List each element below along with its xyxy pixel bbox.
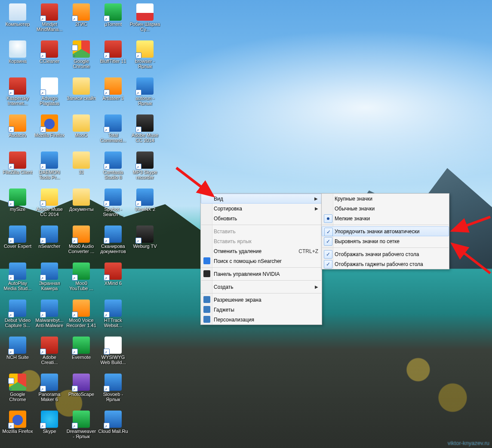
- desktop-icon[interactable]: Skype: [34, 409, 65, 445]
- desktop-icon[interactable]: Adobe Muse CC 2014: [34, 187, 65, 223]
- desktop-icon[interactable]: Mozilla Firefox: [2, 409, 34, 445]
- desktop-icon[interactable]: Сканирова документов: [97, 224, 129, 260]
- desktop-icon[interactable]: Panorama Maker 6: [34, 372, 65, 408]
- desktop-icon-label: Advego Plagiatus: [34, 96, 65, 106]
- desktop-icon[interactable]: Total Command...: [97, 113, 129, 149]
- desktop-icon[interactable]: Evernote: [65, 335, 97, 371]
- menu-item[interactable]: ✓Отображать значки рабочего стола: [322, 249, 449, 259]
- desktop-icon[interactable]: Экранная Камера: [34, 261, 65, 297]
- menu-item[interactable]: Мелкие значки: [322, 213, 449, 223]
- app-icon: [105, 40, 122, 58]
- desktop-icon[interactable]: 33: [65, 150, 97, 186]
- desktop-icon[interactable]: Google Chrome: [2, 372, 34, 408]
- desktop-icon[interactable]: Moo0 Voice Recorder 1.41: [65, 298, 97, 334]
- menu-item[interactable]: Отменить удалениеCTRL+Z: [201, 246, 322, 256]
- desktop-icon[interactable]: Mozilla Firefox: [34, 113, 65, 149]
- desktop-icon[interactable]: browser - Ярлык: [129, 39, 161, 75]
- desktop-icon[interactable]: AutoPlay Media Stud...: [2, 261, 34, 297]
- app-icon: [73, 151, 90, 169]
- desktop-icon[interactable]: PhotoScape: [65, 372, 97, 408]
- desktop-icon[interactable]: Spybot - Search ...: [97, 187, 129, 223]
- menu-item[interactable]: Обычные значки: [322, 204, 449, 213]
- menu-item[interactable]: Панель управления NVIDIA: [201, 269, 322, 279]
- desktop-icon[interactable]: Cover Expert: [2, 224, 34, 260]
- menu-item[interactable]: Гаджеты: [201, 305, 322, 315]
- menu-item[interactable]: Создать▶: [201, 282, 322, 292]
- menu-item[interactable]: ✓Упорядочить значки автоматически: [322, 226, 449, 236]
- desktop-icon-label: Adobe Muse CC 2014: [129, 133, 160, 143]
- desktop-icon-label: Cloud Mail.Ru: [98, 429, 128, 434]
- desktop-icon-label: Evernote: [72, 355, 91, 360]
- desktop-icon-label: µTorrent: [105, 22, 122, 27]
- desktop-icon[interactable]: Adobe Creati...: [34, 335, 65, 371]
- app-icon: [136, 40, 154, 58]
- menu-separator: [201, 293, 321, 294]
- check-icon: ✓: [324, 237, 332, 246]
- desktop-icon[interactable]: Debut Video Capture S...: [2, 298, 34, 334]
- menu-item-label: Вставить ярлык: [214, 238, 252, 244]
- desktop-icon[interactable]: Malwarebyt... Anti-Malware: [34, 298, 65, 334]
- menu-item[interactable]: Крупные значки: [322, 194, 449, 204]
- desktop-icon[interactable]: Slovoeb - Ярлык: [97, 372, 129, 408]
- desktop-icon[interactable]: 2ГИС: [65, 2, 97, 38]
- desktop-icon-label: XMind 6: [105, 281, 122, 286]
- menu-item[interactable]: Разрешение экрана: [201, 295, 322, 305]
- desktop-icon[interactable]: BluffTitler 11: [97, 39, 129, 75]
- menu-item[interactable]: ✓Выровнять значки по сетке: [322, 236, 449, 246]
- desktop-icon[interactable]: CCleaner: [34, 39, 65, 75]
- desktop-icon[interactable]: Audacity: [2, 113, 34, 149]
- app-icon: [73, 337, 90, 354]
- desktop-icon[interactable]: HTTrack Websit...: [97, 298, 129, 334]
- desktop-icon[interactable]: autorun - Ярлык: [129, 76, 161, 112]
- desktop-icon[interactable]: ViewNX 2: [129, 187, 161, 223]
- menu-item[interactable]: ✓Отображать гаджеты рабочего стола: [322, 259, 449, 269]
- desktop-icon[interactable]: Робин Шарма Су...: [129, 2, 161, 38]
- desktop-icon[interactable]: Dreamweaver - Ярлык: [65, 409, 97, 445]
- desktop-icon[interactable]: NCH Suite: [2, 335, 34, 371]
- desktop-icon[interactable]: Moo0 Audio Converter ...: [65, 224, 97, 260]
- context-submenu-view[interactable]: Крупные значкиОбычные значкиМелкие значк…: [321, 193, 449, 269]
- desktop-icon[interactable]: nSearcher: [34, 224, 65, 260]
- app-icon: [105, 374, 122, 391]
- desktop-icon-label: 2ГИС: [75, 22, 87, 27]
- desktop-icon[interactable]: Moo0 YouTube ...: [65, 261, 97, 297]
- desktop-icon[interactable]: mySize: [2, 187, 34, 223]
- desktop-icon[interactable]: MP3 Skype recorder: [129, 150, 161, 186]
- menu-item-label: Создать: [214, 284, 234, 290]
- desktop-icon[interactable]: µTorrent: [97, 2, 129, 38]
- app-icon: [41, 151, 58, 169]
- menu-item-label: Гаджеты: [214, 307, 234, 313]
- desktop-icon[interactable]: Camtasia Studio 8: [97, 150, 129, 186]
- desktop-icon[interactable]: Advego Plagiatus: [34, 76, 65, 112]
- app-icon: [73, 77, 90, 95]
- desktop-icon[interactable]: MooO: [65, 113, 97, 149]
- menu-item[interactable]: Поиск с помощью nSearcher: [201, 256, 322, 266]
- desktop[interactable]: КомпьютерMindjet MindMana...2ГИСµTorrent…: [0, 0, 492, 448]
- desktop-icon[interactable]: Документы: [65, 187, 97, 223]
- menu-item[interactable]: Персонализация: [201, 315, 322, 324]
- desktop-icon[interactable]: WYSIWYG Web Build...: [97, 335, 129, 371]
- desktop-icon[interactable]: Weburg TV: [129, 224, 161, 260]
- desktop-icon[interactable]: Cloud Mail.Ru: [97, 409, 129, 445]
- app-icon: [105, 151, 122, 169]
- desktop-icon[interactable]: Kaspersky Internet...: [2, 76, 34, 112]
- desktop-icon[interactable]: Компьютер: [2, 2, 34, 38]
- menu-separator: [201, 225, 321, 225]
- app-icon: [9, 337, 26, 354]
- desktop-icon[interactable]: Корзина: [2, 39, 34, 75]
- desktop-icon[interactable]: DAEMON Tools Pr...: [34, 150, 65, 186]
- desktop-icon[interactable]: Google Chrome: [65, 39, 97, 75]
- desktop-icon[interactable]: Записи скайп: [65, 76, 97, 112]
- desktop-icon[interactable]: Artisteer 3: [97, 76, 129, 112]
- desktop-icon[interactable]: XMind 6: [97, 261, 129, 297]
- menu-item[interactable]: Обновить: [201, 213, 322, 223]
- menu-item-label: Крупные значки: [335, 196, 372, 202]
- app-icon: [9, 188, 26, 206]
- menu-item[interactable]: Сортировка▶: [201, 204, 322, 213]
- app-icon: [136, 3, 154, 21]
- menu-item[interactable]: Вид▶: [201, 194, 322, 204]
- desktop-icon[interactable]: Mindjet MindMana...: [34, 2, 65, 38]
- context-menu-desktop[interactable]: Вид▶Сортировка▶ОбновитьВставитьВставить …: [200, 193, 322, 325]
- desktop-icon[interactable]: Adobe Muse CC 2014: [129, 113, 161, 149]
- desktop-icon[interactable]: FileZilla Client: [2, 150, 34, 186]
